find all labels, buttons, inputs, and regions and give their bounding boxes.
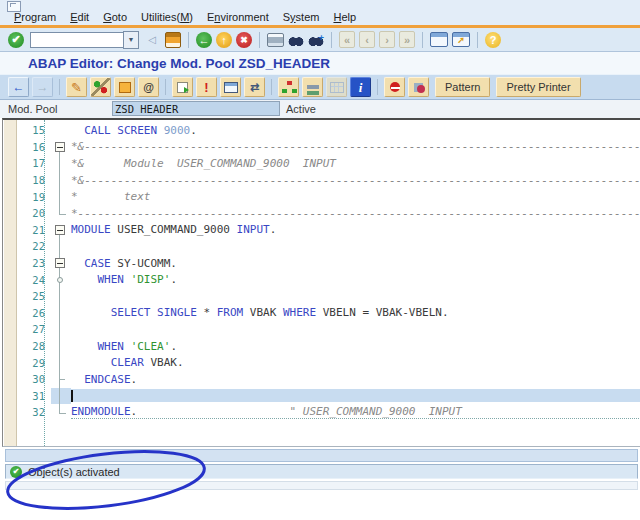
code-line-31[interactable]: 31 <box>3 388 640 405</box>
last-page-icon[interactable]: » <box>399 31 415 48</box>
command-history-dropdown-icon[interactable]: ▼ <box>123 31 139 49</box>
editor-footer-bar <box>5 449 638 462</box>
code-text[interactable]: *&--------------------------------------… <box>71 140 640 153</box>
code-line-23[interactable]: 23 CASE SY-UCOMM. <box>3 255 640 272</box>
code-text[interactable]: ENDMODULE. " USER_COMMAND_9000 INPUT <box>71 405 640 419</box>
toolbar-separator <box>59 79 60 95</box>
code-text[interactable]: ENDCASE. <box>71 373 640 386</box>
code-line-21[interactable]: 21MODULE USER_COMMAND_9000 INPUT. <box>3 222 640 239</box>
syntax-check-icon[interactable]: ! <box>196 77 217 97</box>
code-line-27[interactable]: 27 <box>3 321 640 338</box>
new-session-icon[interactable] <box>430 32 448 47</box>
navigation-icon[interactable]: ⇄ <box>244 77 265 97</box>
customize-layout-icon[interactable] <box>505 31 523 48</box>
enhancement-icon[interactable] <box>384 77 405 97</box>
code-line-17[interactable]: 17*& Module USER_COMMAND_9000 INPUT <box>3 155 640 172</box>
code-line-26[interactable]: 26 SELECT SINGLE * FROM VBAK WHERE VBELN… <box>3 305 640 322</box>
next-page-icon[interactable]: › <box>379 31 395 48</box>
line-number: 20 <box>19 207 51 219</box>
code-editor[interactable]: 15 CALL SCREEN 9000.16*&----------------… <box>2 118 640 447</box>
fold-marker-line <box>51 188 71 205</box>
code-text[interactable]: WHEN 'DISP'. <box>71 273 640 286</box>
code-text[interactable] <box>71 389 640 402</box>
code-text[interactable]: *---------------------------------------… <box>71 207 640 220</box>
find-icon[interactable] <box>288 33 304 47</box>
code-line-30[interactable]: 30 ENDCASE. <box>3 371 640 388</box>
print-icon[interactable] <box>267 33 284 47</box>
pretty-printer-button[interactable]: Pretty Printer <box>496 77 580 97</box>
code-text[interactable]: * text <box>71 190 640 203</box>
fold-marker-box-mid[interactable] <box>51 255 71 272</box>
line-number: 15 <box>19 124 51 136</box>
fold-marker-box-start[interactable] <box>51 139 71 156</box>
assign-icon[interactable] <box>408 77 429 97</box>
page-title: ABAP Editor: Change Mod. Pool ZSD_HEADER <box>28 56 330 71</box>
table-icon[interactable] <box>326 77 347 97</box>
code-line-22[interactable]: 22 <box>3 238 640 255</box>
code-text[interactable]: WHEN 'CLEA'. <box>71 340 640 353</box>
code-line-28[interactable]: 28 WHEN 'CLEA'. <box>3 338 640 355</box>
code-text[interactable]: SELECT SINGLE * FROM VBAK WHERE VBELN = … <box>71 306 640 319</box>
fold-marker-box-start[interactable] <box>51 222 71 239</box>
documentation-icon[interactable]: i <box>350 77 371 97</box>
object-list-icon[interactable] <box>278 77 299 97</box>
worklist-icon[interactable] <box>302 77 323 97</box>
exit-icon[interactable]: ↑ <box>216 32 232 48</box>
code-line-19[interactable]: 19* text <box>3 188 640 205</box>
enter-icon[interactable]: ✔ <box>8 32 24 48</box>
menu-item-edit[interactable]: Edit <box>70 11 89 23</box>
fold-marker-tick <box>51 371 71 388</box>
code-text[interactable]: *&--------------------------------------… <box>71 174 640 187</box>
code-text[interactable]: *& Module USER_COMMAND_9000 INPUT <box>71 157 640 170</box>
previous-page-icon[interactable]: ‹ <box>359 31 375 48</box>
forward-button[interactable]: → <box>32 77 53 97</box>
where-used-icon[interactable]: @ <box>138 77 159 97</box>
object-name-input[interactable] <box>112 101 280 116</box>
pattern-button[interactable]: Pattern <box>435 77 490 97</box>
code-line-32[interactable]: 32ENDMODULE. " USER_COMMAND_9000 INPUT <box>3 404 640 421</box>
code-line-20[interactable]: 20*-------------------------------------… <box>3 205 640 222</box>
collapse-icon[interactable]: ◁ <box>143 31 161 48</box>
code-line-15[interactable]: 15 CALL SCREEN 9000. <box>3 122 640 139</box>
code-text[interactable]: CALL SCREEN 9000. <box>71 124 640 137</box>
line-number: 16 <box>19 141 51 153</box>
code-line-25[interactable]: 25 <box>3 288 640 305</box>
code-line-18[interactable]: 18*&------------------------------------… <box>3 172 640 189</box>
menu-item-goto[interactable]: Goto <box>103 11 127 23</box>
help-icon[interactable]: ? <box>485 32 501 48</box>
toolbar-separator <box>477 32 478 48</box>
menu-item-environment[interactable]: Environment <box>207 11 269 23</box>
screen-painter-icon[interactable] <box>220 77 241 97</box>
menu-item-system[interactable]: System <box>283 11 320 23</box>
code-line-16[interactable]: 16*&------------------------------------… <box>3 139 640 156</box>
line-number: 29 <box>19 357 51 369</box>
code-line-24[interactable]: 24 WHEN 'DISP'. <box>3 271 640 288</box>
cancel-icon[interactable]: ✖ <box>236 32 252 48</box>
copy-icon[interactable] <box>114 77 135 97</box>
display-change-icon-glyph: ✎ <box>71 81 82 94</box>
first-page-icon[interactable]: « <box>339 31 355 48</box>
display-change-icon[interactable]: ✎ <box>66 77 87 97</box>
menu-item-help[interactable]: Help <box>333 11 356 23</box>
find-next-icon[interactable]: + <box>308 33 324 47</box>
fold-marker-line <box>51 305 71 322</box>
back-button-glyph: ← <box>13 81 25 93</box>
command-input[interactable] <box>30 32 123 48</box>
code-text[interactable]: CLEAR VBAK. <box>71 356 640 369</box>
menu-item-program[interactable]: Program <box>14 11 56 23</box>
test-icon[interactable] <box>172 77 193 97</box>
code-line-29[interactable]: 29 CLEAR VBAK. <box>3 354 640 371</box>
back-button[interactable]: ← <box>8 77 29 97</box>
create-shortcut-icon[interactable]: ➚ <box>452 32 470 47</box>
toolbar-separator <box>331 32 332 48</box>
menu-item-utilitiesm[interactable]: Utilities(M) <box>141 11 193 23</box>
back-icon[interactable]: ← <box>196 32 212 48</box>
code-text[interactable]: MODULE USER_COMMAND_9000 INPUT. <box>71 223 640 236</box>
code-text[interactable]: CASE SY-UCOMM. <box>71 257 640 270</box>
fold-marker-circle <box>51 271 71 288</box>
command-field: ▼ <box>30 31 139 49</box>
status-message: Object(s) activated <box>28 466 120 478</box>
save-icon[interactable] <box>165 32 181 48</box>
menu-bar: ProgramEditGotoUtilities(M)EnvironmentSy… <box>0 0 640 26</box>
activate-icon[interactable] <box>90 77 111 97</box>
